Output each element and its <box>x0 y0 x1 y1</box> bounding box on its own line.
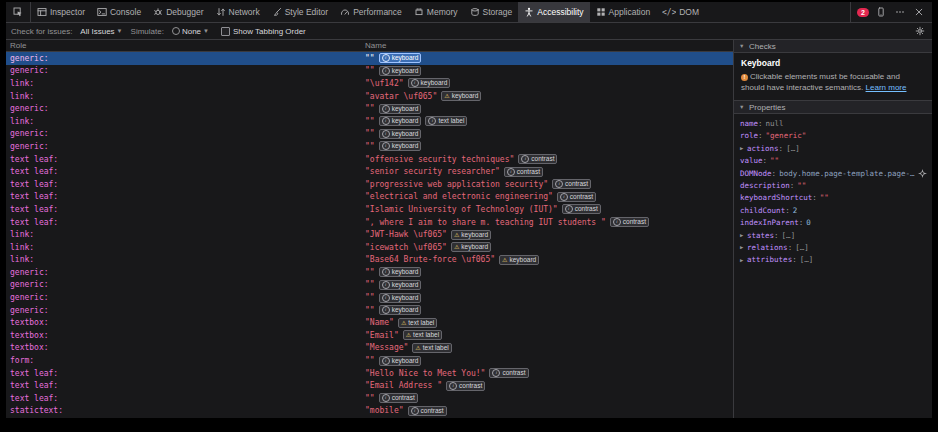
property-row-indexinparent[interactable]: indexInParent:0 <box>734 217 932 229</box>
meatball-menu-button[interactable] <box>893 5 907 19</box>
audit-badge-contrast[interactable]: icontrast <box>489 368 528 378</box>
audit-badge-text-label[interactable]: ⚠text label <box>403 330 442 340</box>
tree-row[interactable]: generic:""ikeyboard <box>6 291 733 304</box>
audit-badge-contrast[interactable]: icontrast <box>552 179 591 189</box>
tree-row[interactable]: textbox:"Name"⚠text label <box>6 316 733 329</box>
tab-console[interactable]: Console <box>91 2 147 22</box>
error-count-badge[interactable]: 2 <box>857 8 869 17</box>
tree-row[interactable]: link:"\uf142"ikeyboard <box>6 77 733 90</box>
audit-badge-keyboard[interactable]: ikeyboard <box>408 78 451 88</box>
property-row-childcount[interactable]: childCount:2 <box>734 204 932 216</box>
property-row-keyboardshortcut[interactable]: keyboardShortcut:"" <box>734 192 932 204</box>
tree-row[interactable]: text leaf:"offensive security techniques… <box>6 153 733 166</box>
audit-badge-contrast[interactable]: icontrast <box>518 154 557 164</box>
audit-badge-keyboard[interactable]: ⚠keyboard <box>451 230 491 240</box>
audit-badge-keyboard[interactable]: ⚠keyboard <box>451 242 491 252</box>
tree-row[interactable]: text leaf:"Email Address "icontrast <box>6 379 733 392</box>
audit-badge-keyboard[interactable]: ikeyboard <box>379 66 422 76</box>
audit-badge-contrast[interactable]: icontrast <box>408 406 447 416</box>
tree-row[interactable]: textbox:"Email"⚠text label <box>6 329 733 342</box>
tree-row[interactable]: text leaf:"Hello Nice to Meet You!"icont… <box>6 367 733 380</box>
tab-storage[interactable]: Storage <box>464 2 519 22</box>
tree-row[interactable]: link:"icewatch \uf065"⚠keyboard <box>6 241 733 254</box>
tab-accessibility[interactable]: Accessibility <box>518 2 589 22</box>
audit-badge-contrast[interactable]: icontrast <box>562 204 601 214</box>
tree-row[interactable]: generic:""ikeyboard <box>6 266 733 279</box>
tree-row[interactable]: generic:""ikeyboard <box>6 279 733 292</box>
tree-row[interactable]: link:"JWT-Hawk \uf065"⚠keyboard <box>6 228 733 241</box>
twisty-right-icon[interactable]: ▶ <box>740 232 747 238</box>
property-row-name[interactable]: name:null <box>734 117 932 129</box>
audit-badge-keyboard[interactable]: ⚠keyboard <box>441 91 481 101</box>
close-devtools-button[interactable] <box>912 5 926 19</box>
node-picker-button[interactable] <box>6 2 31 22</box>
property-row-actions[interactable]: ▶actions:[…] <box>734 142 932 154</box>
show-tabbing-order-toggle[interactable]: Show Tabbing Order <box>221 27 306 36</box>
audit-badge-contrast[interactable]: icontrast <box>610 217 649 227</box>
column-header-name[interactable]: Name <box>365 41 733 50</box>
audit-badge-keyboard[interactable]: ikeyboard <box>379 280 422 290</box>
tree-row[interactable]: link:"Base64 Brute-force \uf065"⚠keyboar… <box>6 254 733 267</box>
audit-badge-keyboard[interactable]: ikeyboard <box>379 104 422 114</box>
inspect-node-button[interactable] <box>918 169 927 178</box>
tab-style-editor[interactable]: Style Editor <box>266 2 334 22</box>
settings-button[interactable] <box>913 24 927 38</box>
properties-section-header[interactable]: ▼ Properties <box>734 101 932 114</box>
tree-row[interactable]: generic:""ikeyboard <box>6 128 733 141</box>
property-row-value[interactable]: value:"" <box>734 155 932 167</box>
tree-row[interactable]: text leaf:", where I aim to share m. tea… <box>6 216 733 229</box>
audit-badge-text-label[interactable]: ⚠text label <box>412 343 451 353</box>
tree-row[interactable]: text leaf:"senior security researcher"ic… <box>6 165 733 178</box>
tree-row[interactable]: statictext:"mobile"icontrast <box>6 405 733 418</box>
tree-row[interactable]: textbox:"Message"⚠text label <box>6 342 733 355</box>
audit-badge-keyboard[interactable]: ikeyboard <box>379 293 422 303</box>
tab-network[interactable]: Network <box>210 2 266 22</box>
property-row-attributes[interactable]: ▶attributes:[…] <box>734 254 932 266</box>
audit-badge-keyboard[interactable]: ⚠keyboard <box>499 255 539 265</box>
audit-badge-keyboard[interactable]: ikeyboard <box>379 141 422 151</box>
simulate-dropdown[interactable]: None ▼ <box>169 26 212 37</box>
audit-badge-keyboard[interactable]: ikeyboard <box>379 267 422 277</box>
tree-row[interactable]: text leaf:""icontrast <box>6 392 733 405</box>
tree-row[interactable]: generic:""ikeyboard <box>6 52 733 65</box>
property-row-relations[interactable]: ▶relations:[…] <box>734 241 932 253</box>
learn-more-link[interactable]: Learn more <box>866 83 907 92</box>
audit-badge-contrast[interactable]: icontrast <box>379 393 418 403</box>
tab-inspector[interactable]: Inspector <box>31 2 91 22</box>
tab-application[interactable]: Application <box>590 2 657 22</box>
tree-row[interactable]: generic:""ikeyboard <box>6 140 733 153</box>
tree-row[interactable]: link:""ikeyboarditext label <box>6 115 733 128</box>
tab-memory[interactable]: Memory <box>408 2 464 22</box>
tree-row[interactable]: form:""ikeyboard <box>6 354 733 367</box>
tab-dom[interactable]: </>DOM <box>656 2 705 22</box>
checks-section-header[interactable]: ▼ Checks <box>734 40 932 53</box>
audit-badge-text-label[interactable]: itext label <box>425 116 467 126</box>
property-row-states[interactable]: ▶states:[…] <box>734 229 932 241</box>
tree-row[interactable]: text leaf:"Islamic University of Technol… <box>6 203 733 216</box>
audit-badge-contrast[interactable]: icontrast <box>557 192 596 202</box>
audit-badge-keyboard[interactable]: ikeyboard <box>379 356 422 366</box>
property-row-role[interactable]: role:"generic" <box>734 130 932 142</box>
audit-badge-keyboard[interactable]: ikeyboard <box>379 305 422 315</box>
tree-row[interactable]: text leaf:"progressive web application s… <box>6 178 733 191</box>
audit-badge-contrast[interactable]: icontrast <box>446 381 485 391</box>
tree-row[interactable]: generic:""ikeyboard <box>6 304 733 317</box>
audit-badge-keyboard[interactable]: ikeyboard <box>379 53 422 63</box>
twisty-right-icon[interactable]: ▶ <box>740 257 747 263</box>
issues-filter-dropdown[interactable]: All Issues ▼ <box>77 26 125 37</box>
property-row-domnode[interactable]: DOMNode:body.home.page-template.page-tem… <box>734 167 932 179</box>
tree-row[interactable]: link:"avatar \uf065"⚠keyboard <box>6 90 733 103</box>
tab-performance[interactable]: Performance <box>334 2 408 22</box>
audit-badge-keyboard[interactable]: ikeyboard <box>379 116 422 126</box>
tab-debugger[interactable]: Debugger <box>147 2 209 22</box>
tree-row[interactable]: generic:""ikeyboard <box>6 65 733 78</box>
tree-row[interactable]: text leaf:"electrical and electronic eng… <box>6 191 733 204</box>
audit-badge-text-label[interactable]: ⚠text label <box>398 318 437 328</box>
audit-badge-contrast[interactable]: icontrast <box>504 167 543 177</box>
twisty-right-icon[interactable]: ▶ <box>740 145 747 151</box>
property-row-description[interactable]: description:"" <box>734 179 932 191</box>
column-header-role[interactable]: Role <box>10 41 365 50</box>
responsive-design-button[interactable] <box>874 5 888 19</box>
twisty-right-icon[interactable]: ▶ <box>740 244 747 250</box>
audit-badge-keyboard[interactable]: ikeyboard <box>379 129 422 139</box>
